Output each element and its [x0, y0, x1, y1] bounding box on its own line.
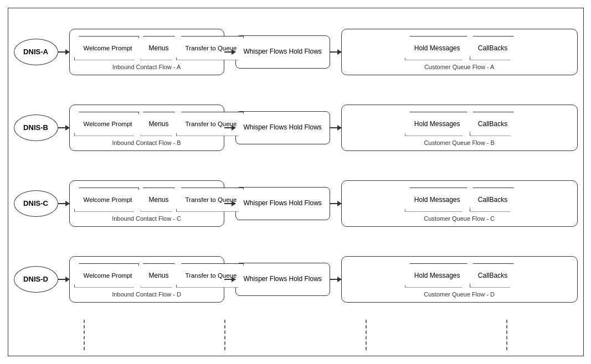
whisper-box-0: Whisper Flows Hold Flows: [235, 35, 330, 69]
dashed-line-4: [506, 320, 507, 350]
welcome-prompt-shape-2: Welcome Prompt: [74, 188, 140, 212]
dashed-col-2: [155, 320, 296, 350]
inbound-label-0: Inbound Contact Flow - A: [112, 64, 181, 70]
menus-shape-1: Menus: [140, 112, 174, 136]
arrow-whisper-to-queue-2: [330, 203, 341, 204]
dashed-line-3: [366, 320, 367, 350]
callbacks-shape-3: CallBacks: [470, 263, 514, 288]
shapes-row-1: Welcome Prompt Menus Transfer to Queue: [74, 112, 219, 136]
hold-messages-shape-0: Hold Messages: [405, 36, 467, 60]
dashed-col-3: [296, 320, 437, 350]
hold-messages-shape-1: Hold Messages: [405, 112, 467, 136]
shapes-row-3: Welcome Prompt Menus Transfer to Queue: [74, 263, 219, 288]
whisper-box-3: Whisper Flows Hold Flows: [235, 263, 330, 296]
callbacks-shape-2: CallBacks: [470, 188, 514, 212]
transfer-queue-shape-1: Transfer to Queue: [176, 112, 244, 136]
main-content: DNIS-A Welcome Prompt Menus Transfer to …: [14, 14, 578, 350]
transfer-queue-shape-2: Transfer to Queue: [176, 188, 244, 212]
menus-shape-0: Menus: [140, 36, 174, 60]
dashed-col-4: [436, 320, 578, 350]
whisper-box-2: Whisper Flows Hold Flows: [235, 187, 330, 220]
whisper-box-1: Whisper Flows Hold Flows: [235, 111, 330, 144]
rows-section: DNIS-A Welcome Prompt Menus Transfer to …: [14, 14, 578, 317]
transfer-queue-shape-3: Transfer to Queue: [176, 263, 244, 288]
inbound-label-2: Inbound Contact Flow - C: [112, 215, 181, 222]
queue-shapes-row-2: Hold Messages CallBacks: [405, 188, 514, 212]
callbacks-shape-0: CallBacks: [470, 36, 514, 60]
queue-box-2: Hold Messages CallBacks Customer Queue F…: [341, 180, 578, 227]
arrow-dnis-to-inbound-2: [58, 203, 69, 204]
menus-shape-3: Menus: [140, 263, 174, 288]
dnis-oval-1: DNIS-B: [14, 115, 58, 141]
queue-shapes-row-1: Hold Messages CallBacks: [405, 112, 514, 136]
inbound-box-0: Welcome Prompt Menus Transfer to Queue I…: [69, 29, 224, 75]
arrow-dnis-to-inbound-0: [58, 51, 69, 53]
queue-box-3: Hold Messages CallBacks Customer Queue F…: [341, 256, 578, 303]
inbound-label-3: Inbound Contact Flow - D: [112, 291, 181, 298]
dashed-col-1: [14, 320, 155, 350]
queue-shapes-row-0: Hold Messages CallBacks: [405, 36, 514, 60]
callbacks-shape-1: CallBacks: [470, 112, 514, 136]
flow-row-1: DNIS-B Welcome Prompt Menus Transfer to …: [14, 92, 578, 164]
arrow-inbound-to-whisper-3: [224, 279, 235, 280]
dnis-oval-3: DNIS-D: [14, 266, 58, 293]
dashed-line-1: [84, 320, 85, 350]
dashed-line-2: [224, 320, 225, 350]
flow-row-3: DNIS-D Welcome Prompt Menus Transfer to …: [14, 243, 578, 315]
inbound-label-1: Inbound Contact Flow - B: [112, 139, 181, 146]
arrow-inbound-to-whisper-2: [224, 203, 235, 204]
arrow-whisper-to-queue-0: [330, 51, 341, 53]
dnis-oval-0: DNIS-A: [14, 39, 58, 65]
inbound-box-1: Welcome Prompt Menus Transfer to Queue I…: [69, 105, 224, 151]
queue-shapes-row-3: Hold Messages CallBacks: [405, 263, 514, 288]
queue-box-1: Hold Messages CallBacks Customer Queue F…: [341, 105, 578, 151]
shapes-row-2: Welcome Prompt Menus Transfer to Queue: [74, 188, 219, 212]
hold-messages-shape-2: Hold Messages: [405, 188, 467, 212]
welcome-prompt-shape-0: Welcome Prompt: [74, 36, 140, 60]
arrow-whisper-to-queue-1: [330, 127, 341, 128]
welcome-prompt-shape-3: Welcome Prompt: [74, 263, 140, 288]
transfer-queue-shape-0: Transfer to Queue: [176, 36, 244, 60]
welcome-prompt-shape-1: Welcome Prompt: [74, 112, 140, 136]
queue-label-1: Customer Queue Flow - B: [424, 139, 495, 146]
queue-label-3: Customer Queue Flow - D: [424, 291, 495, 298]
arrow-inbound-to-whisper-0: [224, 51, 235, 53]
flow-row-0: DNIS-A Welcome Prompt Menus Transfer to …: [14, 16, 578, 88]
arrow-dnis-to-inbound-1: [58, 127, 69, 128]
diagram-container: DNIS-A Welcome Prompt Menus Transfer to …: [8, 8, 584, 356]
queue-box-0: Hold Messages CallBacks Customer Queue F…: [341, 29, 578, 75]
arrow-dnis-to-inbound-3: [58, 279, 69, 280]
shapes-row-0: Welcome Prompt Menus Transfer to Queue: [74, 36, 219, 60]
arrow-inbound-to-whisper-1: [224, 127, 235, 128]
dnis-oval-2: DNIS-C: [14, 190, 58, 217]
flow-row-2: DNIS-C Welcome Prompt Menus Transfer to …: [14, 168, 578, 240]
inbound-box-3: Welcome Prompt Menus Transfer to Queue I…: [69, 256, 224, 303]
arrow-whisper-to-queue-3: [330, 279, 341, 280]
menus-shape-2: Menus: [140, 188, 174, 212]
dashed-lines-section: [14, 317, 578, 350]
queue-label-0: Customer Queue Flow - A: [424, 64, 495, 70]
queue-label-2: Customer Queue Flow - C: [424, 215, 495, 222]
hold-messages-shape-3: Hold Messages: [405, 263, 467, 288]
inbound-box-2: Welcome Prompt Menus Transfer to Queue I…: [69, 180, 224, 227]
